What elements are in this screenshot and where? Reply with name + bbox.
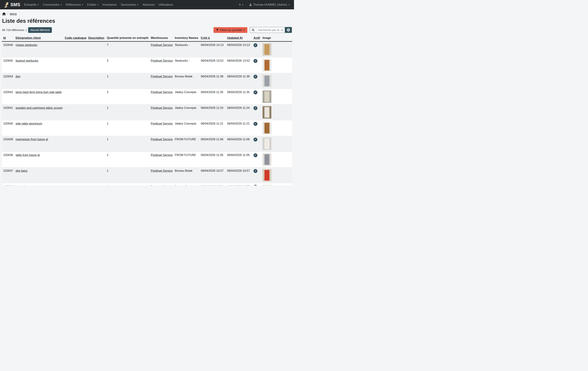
designation-link[interactable]: wooden and cashmere fabric screen (16, 106, 63, 109)
warehouse-link[interactable]: Ponktuel Service (151, 153, 173, 157)
item-photo-thumbnail[interactable] (262, 43, 271, 56)
cell-quantity: 1 (105, 105, 149, 120)
user-menu[interactable]: Thomas HUMMEL (Admin) (249, 3, 290, 6)
column-header: Image (261, 35, 292, 41)
warehouse-link[interactable]: Ponktuel Service (151, 75, 173, 78)
item-photo-thumbnail[interactable] (262, 169, 271, 181)
nav-item-commandes[interactable]: Commandes (41, 2, 64, 8)
sort-link[interactable]: Actif (253, 36, 260, 40)
item-photo-thumbnail[interactable] (262, 106, 271, 119)
chevron-down-icon (243, 30, 245, 30)
item-photo-thumbnail[interactable] (262, 75, 271, 87)
designation-link[interactable]: fauteuil starbucks (16, 59, 38, 62)
warehouse-link[interactable]: Ponktuel Service (151, 90, 173, 94)
table-row: 102642lamp twist ferm living burl side t… (2, 89, 292, 105)
cell-description (87, 168, 105, 183)
warehouse-link[interactable]: Ponktuel Service (151, 59, 173, 62)
column-header: Updated At (226, 35, 252, 41)
sms-logo-icon (4, 2, 9, 8)
cell-created: 06/04/2026 11:35 (199, 89, 226, 105)
nav-item-inventaires[interactable]: Inventaires (100, 2, 119, 8)
item-photo-thumbnail[interactable] (262, 153, 271, 166)
designation-link[interactable]: dior (16, 75, 21, 78)
cell-description (87, 183, 105, 186)
sort-link[interactable]: Updated At (227, 36, 242, 40)
cell-inventory: Starbucks - (173, 41, 199, 57)
breadcrumb-separator: / (7, 12, 8, 16)
cell-created: 06/04/2026 14:13 (199, 41, 226, 57)
item-photo-thumbnail[interactable] (262, 138, 271, 150)
designation-link[interactable]: mannequin from future gl (16, 138, 48, 141)
cell-warehouse: Ponktuel Service (149, 136, 173, 152)
item-photo-thumbnail[interactable] (262, 90, 271, 103)
cell-code (63, 57, 87, 73)
chevron-down-icon (61, 4, 62, 5)
sort-link[interactable]: Créé à (201, 36, 210, 40)
warehouse-link[interactable]: Ponktuel Service (151, 185, 173, 185)
cell-id: 102645 (2, 57, 14, 73)
warehouse-link[interactable]: Ponktuel Service (151, 122, 173, 125)
search-input[interactable] (256, 27, 285, 33)
home-icon[interactable] (2, 12, 6, 16)
clear-search-button[interactable] (285, 27, 292, 33)
cell-id: 102640 (2, 120, 14, 136)
table-row: 102643dior1Ponktuel ServiceBureau Betak0… (2, 73, 292, 89)
designation-link[interactable]: side table aluminium (16, 122, 42, 125)
thumbnail-subject (264, 154, 269, 165)
breadcrumb-items-link[interactable]: items (10, 12, 17, 16)
cell-warehouse: Ponktuel Service (149, 152, 173, 168)
table-row: 102640side table aluminium1Ponktuel Serv… (2, 120, 292, 136)
warehouse-link[interactable]: Ponktuel Service (151, 138, 173, 141)
designation-link[interactable]: lamp twist ferm living burl side table (16, 90, 62, 94)
cell-description (87, 57, 105, 73)
sort-link[interactable]: Description (88, 36, 104, 40)
cell-code (63, 41, 87, 57)
warehouse-link[interactable]: Ponktuel Service (151, 106, 173, 109)
app-logo[interactable]: SMS (4, 2, 20, 8)
cell-description (87, 136, 105, 152)
cell-updated: 06/04/2026 10:57 (226, 168, 252, 183)
quantity-filter-button[interactable]: Filtres by Quantité (213, 27, 247, 33)
item-photo-thumbnail[interactable] (262, 185, 271, 185)
nav-item-entrepôts[interactable]: Entrepôts (22, 2, 41, 8)
warehouse-link[interactable]: Ponktuel Service (151, 43, 173, 46)
cell-quantity: 1 (105, 120, 149, 136)
cell-code (63, 73, 87, 89)
nav-item-références[interactable]: Références (64, 2, 85, 8)
item-photo-thumbnail[interactable] (262, 59, 271, 71)
locale-menu[interactable]: fr (237, 2, 245, 8)
designation-link[interactable]: dior banc (16, 169, 28, 172)
table-header: IdDésignation clientCode catalogueDescri… (2, 35, 292, 41)
cell-code (63, 183, 87, 186)
cell-active: ✓ (252, 57, 261, 73)
cell-image (261, 89, 292, 105)
designation-link[interactable]: banc dior (16, 185, 28, 185)
sort-link[interactable]: Code catalogue (65, 36, 86, 40)
cell-description (87, 152, 105, 168)
item-photo-thumbnail[interactable] (262, 122, 271, 134)
cell-image (261, 73, 292, 89)
sort-link[interactable]: Désignation client (16, 36, 41, 40)
active-check-icon: ✓ (253, 75, 257, 79)
cell-designation: lamp twist ferm living burl side table (14, 89, 63, 105)
warehouse-link[interactable]: Ponktuel Service (151, 169, 173, 172)
cell-image (261, 41, 292, 57)
nav-item-adresses[interactable]: Adresses (140, 2, 157, 8)
cell-inventory: Jdaley Concepts (173, 89, 199, 105)
new-item-button[interactable]: Nouvel élément (28, 27, 52, 33)
cell-updated: 06/04/2026 11:21 (226, 120, 252, 136)
nav-item-taxonomies[interactable]: Taxonomies (118, 2, 140, 8)
thumbnail-subject (264, 139, 269, 149)
active-check-icon: ✓ (253, 90, 257, 94)
chevron-down-icon (97, 4, 99, 5)
nav-item-entités[interactable]: Entités (85, 2, 100, 8)
cell-id: 102643 (2, 73, 14, 89)
sort-link[interactable]: Id (3, 36, 6, 40)
designation-link[interactable]: stèle from future gl (16, 153, 40, 157)
thumbnail-subject (264, 60, 269, 70)
designation-link[interactable]: chaise starbucks (16, 43, 37, 46)
active-check-icon: ✓ (253, 153, 257, 157)
column-label: Image (262, 36, 271, 40)
cell-active: ✓ (252, 168, 261, 183)
nav-item-utilisateurs[interactable]: Utilisateurs (157, 2, 175, 8)
